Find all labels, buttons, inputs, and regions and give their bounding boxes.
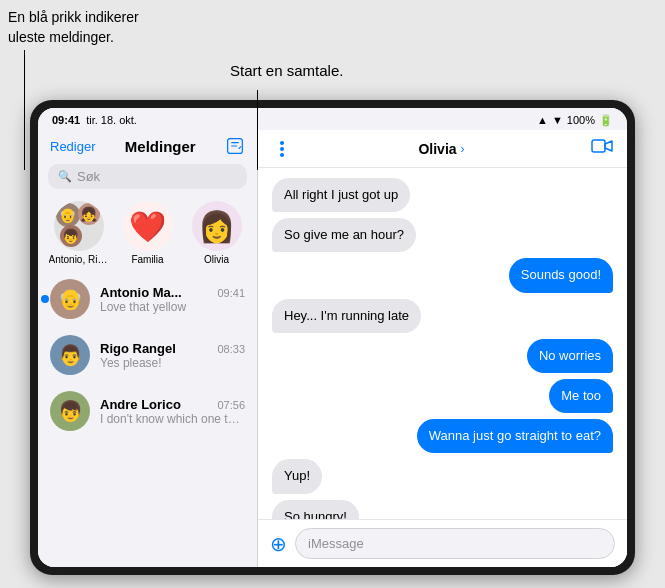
conv-item-antonio[interactable]: 👴 Antonio Ma... 09:41 Love that yellow (38, 271, 257, 327)
pinned-item-familia[interactable]: ❤️ Familia (118, 201, 178, 265)
msg-row-3: Hey... I'm running late (272, 299, 613, 333)
annotation-unread: En blå prikk indikerer uleste meldinger. (8, 8, 139, 47)
group-face-3: 👦 (60, 225, 82, 247)
chat-header: Olivia › (258, 130, 627, 168)
bubble-4: No worries (527, 339, 613, 373)
status-date: tir. 18. okt. (86, 114, 137, 126)
msg-row-7: Yup! (272, 459, 613, 493)
bubble-6: Wanna just go straight to eat? (417, 419, 613, 453)
pinned-item-olivia[interactable]: 👩 Olivia (187, 201, 247, 265)
conv-name-rigo: Rigo Rangel (100, 341, 176, 356)
conv-preview-andre: I don't know which one that is (100, 412, 245, 426)
conv-info-andre: Andre Lorico 07:56 I don't know which on… (100, 397, 245, 426)
pinned-avatar-antonio: 👴 👧 👦 (54, 201, 104, 251)
apps-button[interactable]: ⊕ (270, 532, 287, 556)
conv-avatar-andre: 👦 (50, 391, 90, 431)
msg-row-1: So give me an hour? (272, 218, 613, 252)
conv-name-row-antonio: Antonio Ma... 09:41 (100, 285, 245, 300)
message-input[interactable]: iMessage (295, 528, 615, 559)
msg-row-4: No worries (272, 339, 613, 373)
conv-name-antonio: Antonio Ma... (100, 285, 182, 300)
status-icons: ▲ ▼ 100% 🔋 (537, 114, 613, 127)
battery-text: 100% (567, 114, 595, 126)
conv-info-antonio: Antonio Ma... 09:41 Love that yellow (100, 285, 245, 314)
unread-dot-antonio (41, 295, 49, 303)
conv-item-andre[interactable]: 👦 Andre Lorico 07:56 I don't know which … (38, 383, 257, 439)
meldinger-title: Meldinger (125, 138, 196, 155)
chat-title-area[interactable]: Olivia › (418, 141, 464, 157)
msg-row-8: So hungry! (272, 500, 613, 520)
pinned-name-olivia: Olivia (204, 254, 229, 265)
pinned-name-antonio: Antonio, Rig... (49, 254, 109, 265)
bubble-3: Hey... I'm running late (272, 299, 421, 333)
msg-row-0: All right I just got up (272, 178, 613, 212)
annotation-compose: Start en samtale. (230, 60, 343, 81)
conversation-list: 👴 Antonio Ma... 09:41 Love that yellow 👨 (38, 271, 257, 567)
conv-item-rigo[interactable]: 👨 Rigo Rangel 08:33 Yes please! (38, 327, 257, 383)
wifi-icon: ▼ (552, 114, 563, 126)
conv-name-row-rigo: Rigo Rangel 08:33 (100, 341, 245, 356)
group-face-2: 👧 (78, 203, 100, 225)
input-area: ⊕ iMessage (258, 519, 627, 567)
bubble-2: Sounds good! (509, 258, 613, 292)
pinned-row: 👴 👧 👦 Antonio, Rig... ❤️ Familia (38, 195, 257, 271)
battery-icon: 🔋 (599, 114, 613, 127)
pinned-avatar-olivia: 👩 (192, 201, 242, 251)
conv-name-row-andre: Andre Lorico 07:56 (100, 397, 245, 412)
conv-name-andre: Andre Lorico (100, 397, 181, 412)
compose-button[interactable] (225, 136, 245, 156)
group-face-1: 👴 (56, 203, 80, 227)
video-call-button[interactable] (591, 138, 613, 159)
location-icon: ▲ (537, 114, 548, 126)
right-panel: Olivia › All right I just got up (258, 130, 627, 567)
conv-preview-rigo: Yes please! (100, 356, 245, 370)
main-content: Rediger Meldinger 🔍 Søk (38, 130, 627, 567)
svg-rect-3 (592, 140, 605, 152)
ipad-screen: 09:41 tir. 18. okt. ▲ ▼ 100% 🔋 Rediger M… (38, 108, 627, 567)
conv-preview-antonio: Love that yellow (100, 300, 245, 314)
dot-3 (280, 153, 284, 157)
input-placeholder: iMessage (308, 536, 364, 551)
conv-avatar-rigo: 👨 (50, 335, 90, 375)
status-bar: 09:41 tir. 18. okt. ▲ ▼ 100% 🔋 (38, 108, 627, 130)
left-header: Rediger Meldinger (38, 130, 257, 160)
header-dots (272, 141, 292, 157)
dot-2 (280, 147, 284, 151)
messages-area: All right I just got up So give me an ho… (258, 168, 627, 519)
bubble-1: So give me an hour? (272, 218, 416, 252)
conv-info-rigo: Rigo Rangel 08:33 Yes please! (100, 341, 245, 370)
ipad-frame: 09:41 tir. 18. okt. ▲ ▼ 100% 🔋 Rediger M… (30, 100, 635, 575)
bubble-0: All right I just got up (272, 178, 410, 212)
bubble-7: Yup! (272, 459, 322, 493)
conv-time-antonio: 09:41 (217, 287, 245, 299)
annotation-line-2 (257, 90, 258, 170)
msg-row-5: Me too (272, 379, 613, 413)
bubble-5: Me too (549, 379, 613, 413)
search-bar[interactable]: 🔍 Søk (48, 164, 247, 189)
chat-chevron-icon: › (461, 142, 465, 156)
status-time: 09:41 (52, 114, 80, 126)
pinned-item-antonio[interactable]: 👴 👧 👦 Antonio, Rig... (49, 201, 109, 265)
pinned-avatar-familia: ❤️ (123, 201, 173, 251)
msg-row-6: Wanna just go straight to eat? (272, 419, 613, 453)
bubble-8: So hungry! (272, 500, 359, 520)
search-icon: 🔍 (58, 170, 72, 183)
dot-1 (280, 141, 284, 145)
conv-time-rigo: 08:33 (217, 343, 245, 355)
chat-name: Olivia (418, 141, 456, 157)
conv-avatar-antonio: 👴 (50, 279, 90, 319)
search-placeholder: Søk (77, 169, 100, 184)
conv-time-andre: 07:56 (217, 399, 245, 411)
edit-button[interactable]: Rediger (50, 139, 96, 154)
annotation-line-1 (24, 50, 25, 170)
left-panel: Rediger Meldinger 🔍 Søk (38, 130, 258, 567)
msg-row-2: Sounds good! (272, 258, 613, 292)
pinned-name-familia: Familia (131, 254, 163, 265)
